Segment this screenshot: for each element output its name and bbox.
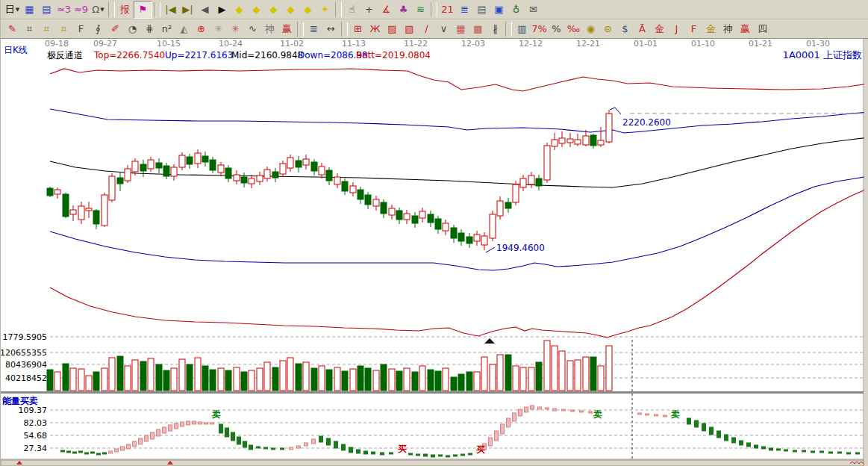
n-squared-icon[interactable]: n² — [158, 21, 175, 37]
horizontal-scrollbar[interactable] — [1, 459, 864, 466]
scrollbar-track[interactable] — [1, 460, 864, 466]
overlay-3-icon[interactable]: ≈3 — [55, 1, 72, 18]
candle — [513, 184, 519, 202]
percent7-icon[interactable]: 7% — [531, 21, 548, 37]
gold-circle-icon[interactable]: ◉ — [582, 21, 599, 37]
percent-icon[interactable]: % — [548, 21, 565, 37]
quote-wave-icon[interactable]: ∿ — [244, 21, 261, 37]
volume-bar — [412, 372, 418, 391]
j-slant-icon[interactable]: J — [668, 21, 685, 37]
win-red-icon[interactable]: 赢 — [278, 21, 296, 37]
toolbar-separator — [335, 2, 342, 17]
slant-lines-icon[interactable]: ∦ — [487, 21, 504, 37]
toolbar-main: 日▼▦▤≈3≈9Ω▼报⚑|◀▶|◀▶◆◆◆◆◆✦☝+∡♣≋21≣▤▣♁✉ — [1, 0, 868, 19]
four-slant-icon[interactable]: 四 — [754, 21, 771, 37]
send-mail-icon[interactable]: ✉ — [525, 1, 542, 18]
money-pen-icon[interactable]: $ — [616, 21, 634, 37]
indicator-bar — [97, 453, 101, 455]
indicator-bar — [416, 454, 420, 456]
next-page-button[interactable]: ▶ — [213, 1, 231, 18]
pen-slant-icon[interactable]: ∕ — [418, 21, 435, 37]
overlay-9-icon[interactable]: ≈9 — [72, 1, 90, 18]
gold-box-icon[interactable]: 金 — [651, 21, 668, 37]
stock-pick-icon: 报 — [120, 1, 130, 18]
gold-slant-icon[interactable]: 金 — [702, 21, 719, 37]
label: 27.34 — [24, 444, 48, 453]
window-layout-icon[interactable]: ▦ — [21, 1, 38, 18]
f-ticks-icon[interactable]: F — [72, 21, 90, 37]
grid-ticks-icon[interactable]: ⌗ — [21, 21, 38, 37]
period-day-dropdown[interactable]: 日▼ — [4, 1, 21, 18]
box-tool-icon[interactable]: ⊞ — [349, 21, 366, 37]
dropdown-arrow-icon[interactable]: ▼ — [100, 1, 104, 18]
ruler-chart-icon[interactable]: ▥ — [513, 21, 531, 37]
calendar-21-icon[interactable]: 21 — [439, 1, 456, 18]
volume-bar — [210, 370, 216, 391]
clock-icon[interactable]: ◔ — [124, 21, 141, 37]
wheel-grid-icon[interactable]: ✳ — [227, 21, 244, 37]
color-flag-icon[interactable]: ⚑ — [134, 1, 152, 19]
ruler-ticks-icon[interactable]: ⋕ — [141, 21, 158, 37]
last-page-button[interactable]: ▶| — [179, 1, 196, 18]
width-measure-icon[interactable]: ↔ — [322, 21, 340, 37]
save-floppy-icon[interactable]: ▣ — [490, 1, 508, 18]
info-panel-icon[interactable]: ▤ — [38, 1, 55, 18]
shade-box-icon[interactable]: ▨ — [384, 21, 401, 37]
indicator-bar — [364, 451, 368, 454]
network-globe-icon[interactable]: ♁ — [508, 1, 525, 18]
f-slant-icon[interactable]: F — [685, 21, 702, 37]
angle-measure-icon[interactable]: ∡ — [378, 1, 395, 18]
grid-red2-icon[interactable]: ▩ — [469, 21, 487, 37]
volume-bar — [117, 356, 123, 391]
v-lines-icon[interactable]: ∨ — [435, 21, 452, 37]
gold-grid2-icon[interactable]: ⌗ — [55, 21, 72, 37]
indicator-bar — [109, 451, 113, 453]
crosshair-icon[interactable]: + — [360, 1, 378, 18]
diamond-right-icon[interactable]: ◆ — [248, 1, 265, 18]
god-grid-icon[interactable]: 神 — [261, 21, 278, 37]
wheel-gray-icon: ✳ — [214, 21, 222, 37]
candle — [125, 169, 131, 181]
brush-icon[interactable]: ✎ — [4, 21, 21, 37]
indicator-bar — [802, 450, 806, 452]
brush-red-icon[interactable]: ✐ — [107, 21, 124, 37]
dropdown-arrow-icon[interactable]: ▼ — [16, 1, 19, 18]
indicator-bar — [519, 409, 522, 416]
indicator-bar — [219, 424, 223, 433]
cycle-dropdown[interactable]: Ω▼ — [90, 1, 107, 18]
festival-icon[interactable]: ♣ — [395, 1, 412, 18]
a-wave-icon[interactable]: Ā — [634, 21, 651, 37]
percent-eq-icon[interactable]: ‰ — [565, 21, 582, 37]
diamond-both-icon[interactable]: ◆ — [265, 1, 282, 18]
label: 12-03 — [461, 39, 485, 49]
stock-pick-icon[interactable]: 报 — [116, 1, 134, 18]
calculator-icon[interactable]: ≣ — [456, 1, 473, 18]
god-slant-icon[interactable]: 神 — [719, 21, 737, 37]
gold-grid-icon[interactable]: ⌗ — [38, 21, 55, 37]
gold-circle-eq-icon[interactable]: ⊜ — [599, 21, 616, 37]
diamond-left-icon[interactable]: ◆ — [231, 1, 248, 18]
indicator-bar — [755, 445, 758, 448]
wheel-gray-icon[interactable]: ✳ — [210, 21, 227, 37]
spiral-icon[interactable]: ∮ — [90, 21, 107, 37]
candle — [458, 233, 464, 241]
notepad-icon[interactable]: ▤ — [473, 1, 490, 18]
diamond-cross-icon[interactable]: ✦ — [316, 1, 334, 18]
diamond-up-icon[interactable]: ◆ — [299, 1, 316, 18]
wave-brain-icon[interactable]: ≋ — [412, 1, 429, 18]
diamond-star-icon[interactable]: ◆ — [282, 1, 299, 18]
hand-tool-icon[interactable]: ☝ — [343, 1, 360, 18]
candle — [303, 159, 309, 165]
target-red-icon[interactable]: ⊕ — [193, 21, 210, 37]
diamond-star-icon: ◆ — [287, 1, 295, 18]
candle — [280, 164, 286, 174]
prev-page-button[interactable]: ◀ — [196, 1, 213, 18]
win-slant-icon[interactable]: 赢 — [737, 21, 754, 37]
rays-icon[interactable]: Ж — [366, 21, 384, 37]
shade-box2-icon[interactable]: ▧ — [401, 21, 418, 37]
volume-bar — [272, 367, 278, 391]
grid-red-icon[interactable]: ▦ — [452, 21, 469, 37]
abacus-123-icon[interactable]: ≣ — [305, 21, 322, 37]
angle-a-icon[interactable]: ◭ — [175, 21, 193, 37]
first-page-button[interactable]: |◀ — [162, 1, 179, 18]
